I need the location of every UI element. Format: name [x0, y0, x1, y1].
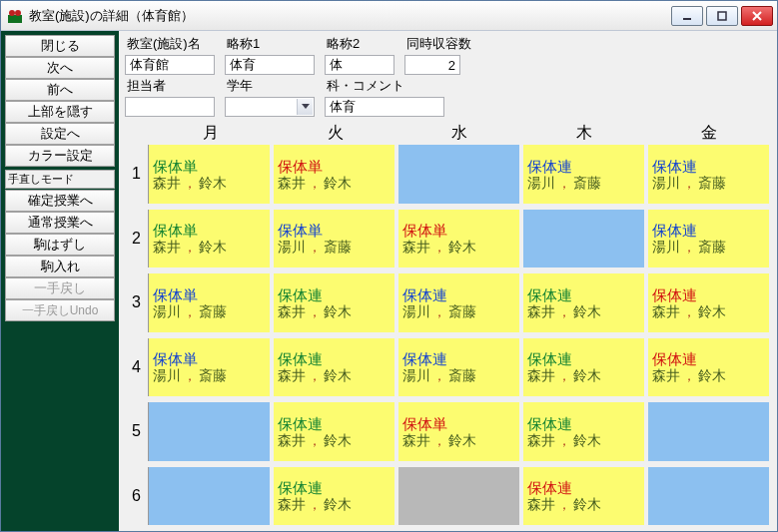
fields: 教室(施設)名 略称1 略称2 同時収容数: [125, 35, 771, 117]
timetable-cell[interactable]: 保体連森井，鈴木: [648, 273, 769, 332]
cell-subject: 保体連: [402, 286, 515, 303]
timetable-cell[interactable]: 保体単森井，鈴木: [274, 145, 394, 204]
sidebar-section-label: 手直しモード: [5, 170, 115, 189]
sidebar-gosettings-button[interactable]: 設定へ: [5, 123, 115, 145]
day-header-cell: 木: [522, 121, 647, 143]
timetable-cell[interactable]: 保体連森井，鈴木: [274, 402, 394, 461]
timetable-cell[interactable]: 保体単森井，鈴木: [149, 145, 270, 204]
timetable-cell[interactable]: 保体連森井，鈴木: [523, 338, 644, 397]
cell-subject: 保体単: [153, 350, 266, 367]
timetable-cell[interactable]: 保体連湯川，斎藤: [648, 145, 769, 204]
cell-teachers: 森井，鈴木: [278, 175, 390, 191]
timetable-row: 保体単森井，鈴木保体単森井，鈴木保体連湯川，斎藤保体連湯川，斎藤: [149, 145, 769, 204]
timetable-cell[interactable]: 保体単森井，鈴木: [398, 402, 519, 461]
cell-subject: 保体単: [153, 286, 266, 303]
cell-subject: 保体連: [527, 158, 640, 175]
main-panel: 教室(施設)名 略称1 略称2 同時収容数: [119, 31, 777, 531]
sidebar-next-button[interactable]: 次へ: [5, 57, 115, 79]
cell-teachers: 森井，鈴木: [527, 496, 640, 512]
svg-point-1: [9, 10, 15, 16]
timetable-cell[interactable]: 保体連森井，鈴木: [523, 273, 644, 332]
sidebar-close-button[interactable]: 閉じる: [5, 35, 115, 57]
cell-teachers: 森井，鈴木: [402, 239, 515, 255]
timetable-cell[interactable]: [398, 145, 519, 204]
timetable-cell[interactable]: 保体連森井，鈴木: [274, 273, 394, 332]
timetable-cell[interactable]: [149, 467, 270, 526]
timetable-cell[interactable]: 保体連湯川，斎藤: [648, 210, 769, 268]
chevron-down-icon: [297, 99, 313, 115]
abbr1-label: 略称1: [225, 35, 315, 53]
cell-subject: 保体単: [153, 158, 266, 175]
cell-subject: 保体単: [153, 222, 266, 239]
timetable-cell[interactable]: [523, 210, 644, 268]
sidebar-remove-button[interactable]: 駒はずし: [5, 234, 115, 256]
person-input[interactable]: [125, 97, 215, 117]
maximize-button[interactable]: [706, 6, 738, 26]
capacity-input[interactable]: [404, 55, 460, 75]
timetable-row: 保体連森井，鈴木保体連森井，鈴木: [149, 467, 769, 526]
cell-teachers: 湯川，斎藤: [527, 175, 640, 191]
minimize-button[interactable]: [671, 6, 703, 26]
sidebar-hidetop-button[interactable]: 上部を隠す: [5, 101, 115, 123]
period-label: 2: [125, 210, 149, 268]
cell-teachers: 森井，鈴木: [402, 432, 515, 448]
sidebar-fixed-button[interactable]: 確定授業へ: [5, 190, 115, 212]
capacity-label: 同時収容数: [404, 35, 474, 53]
abbr2-input[interactable]: [325, 55, 394, 75]
cell-teachers: 森井，鈴木: [153, 239, 266, 255]
timetable: 123456 月火水木金 保体単森井，鈴木保体単森井，鈴木保体連湯川，斎藤保体連…: [125, 121, 771, 527]
cell-subject: 保体連: [652, 286, 765, 303]
timetable-cell[interactable]: 保体連森井，鈴木: [648, 338, 769, 397]
svg-rect-0: [8, 15, 22, 23]
subject-input[interactable]: [325, 97, 444, 117]
day-header: 月火水木金: [149, 121, 771, 143]
titlebar: 教室(施設)の詳細（体育館）: [1, 1, 777, 31]
timetable-cell[interactable]: 保体単湯川，斎藤: [149, 273, 270, 332]
abbr1-input[interactable]: [225, 55, 315, 75]
cell-subject: 保体連: [402, 350, 515, 367]
period-label: 1: [125, 145, 149, 204]
close-button[interactable]: [741, 6, 773, 26]
cell-subject: 保体単: [278, 222, 390, 239]
timetable-cell[interactable]: 保体連湯川，斎藤: [398, 338, 519, 397]
grade-combo[interactable]: [225, 97, 315, 117]
timetable-cell[interactable]: [648, 402, 769, 461]
cell-subject: 保体単: [278, 158, 390, 175]
cell-teachers: 湯川，斎藤: [153, 303, 266, 319]
sidebar-prev-button[interactable]: 前へ: [5, 79, 115, 101]
cell-subject: 保体連: [527, 350, 640, 367]
timetable-cell[interactable]: 保体単森井，鈴木: [149, 210, 270, 268]
timetable-cell[interactable]: 保体単湯川，斎藤: [274, 210, 394, 268]
timetable-cell[interactable]: 保体連森井，鈴木: [523, 402, 644, 461]
cell-subject: 保体連: [278, 286, 390, 303]
timetable-cell[interactable]: 保体連湯川，斎藤: [523, 145, 644, 204]
timetable-cell[interactable]: 保体連森井，鈴木: [274, 338, 394, 397]
timetable-cell[interactable]: [648, 467, 769, 526]
period-label: 6: [125, 467, 149, 526]
grade-label: 学年: [225, 77, 315, 95]
timetable-cell[interactable]: [149, 402, 270, 461]
room-label: 教室(施設)名: [125, 35, 215, 53]
timetable-row: 保体単森井，鈴木保体単湯川，斎藤保体単森井，鈴木保体連湯川，斎藤: [149, 210, 769, 268]
timetable-row: 保体連森井，鈴木保体単森井，鈴木保体連森井，鈴木: [149, 402, 769, 461]
svg-point-2: [15, 10, 21, 16]
timetable-cell[interactable]: 保体単湯川，斎藤: [149, 338, 270, 397]
svg-rect-3: [683, 18, 691, 20]
cell-subject: 保体連: [652, 350, 765, 367]
timetable-cell[interactable]: [398, 467, 519, 526]
sidebar-insert-button[interactable]: 駒入れ: [5, 256, 115, 277]
cell-teachers: 森井，鈴木: [652, 303, 765, 319]
timetable-cell[interactable]: 保体連湯川，斎藤: [398, 273, 519, 332]
timetable-cell[interactable]: 保体単森井，鈴木: [398, 210, 519, 268]
cell-teachers: 森井，鈴木: [278, 303, 390, 319]
period-label: 3: [125, 273, 149, 332]
room-input[interactable]: [125, 55, 215, 75]
sidebar-normal-button[interactable]: 通常授業へ: [5, 212, 115, 234]
sidebar-color-button[interactable]: カラー設定: [5, 145, 115, 167]
timetable-row: 保体単湯川，斎藤保体連森井，鈴木保体連湯川，斎藤保体連森井，鈴木保体連森井，鈴木: [149, 273, 769, 332]
cell-subject: 保体連: [527, 415, 640, 432]
timetable-cell[interactable]: 保体連森井，鈴木: [523, 467, 644, 526]
day-header-cell: 水: [397, 121, 522, 143]
period-label: 4: [125, 338, 149, 397]
timetable-cell[interactable]: 保体連森井，鈴木: [274, 467, 394, 526]
